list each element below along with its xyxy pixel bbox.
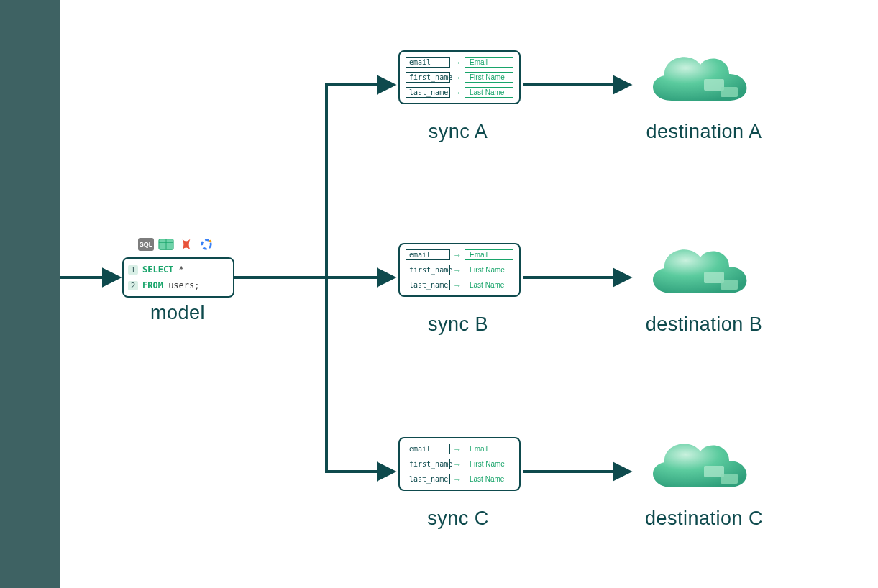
map-dst: Last Name xyxy=(465,280,513,290)
map-src: last_name xyxy=(406,280,450,290)
sync-box-a: email→Email first_name→First Name last_n… xyxy=(398,50,521,104)
circle-icon xyxy=(198,238,214,251)
x-icon xyxy=(178,238,194,251)
diagram-stage: SQL 1 SELECT * 2 FROM users; model email… xyxy=(60,0,878,588)
code-keyword: SELECT xyxy=(142,265,173,275)
arrow-icon: → xyxy=(453,474,462,484)
svg-rect-13 xyxy=(721,280,738,290)
map-dst: Last Name xyxy=(465,474,513,484)
map-src: last_name xyxy=(406,87,450,98)
mapping-row: last_name→Last Name xyxy=(406,474,513,484)
sql-icon: SQL xyxy=(138,238,154,251)
arrow-icon: → xyxy=(453,459,462,469)
mapping-row: first_name→First Name xyxy=(406,265,513,275)
map-src: email xyxy=(406,249,450,260)
map-dst: First Name xyxy=(465,459,513,469)
svg-point-9 xyxy=(209,240,212,243)
code-text: users; xyxy=(163,280,200,290)
mapping-row: first_name→First Name xyxy=(406,72,513,83)
model-icons: SQL xyxy=(138,238,214,251)
arrow-icon: → xyxy=(453,58,462,68)
line-number: 2 xyxy=(128,281,138,290)
mapping-row: email→Email xyxy=(406,444,513,454)
arrow-icon: → xyxy=(453,73,462,83)
arrow-icon: → xyxy=(453,265,462,275)
destination-c-label: destination C xyxy=(628,507,779,530)
map-dst: First Name xyxy=(465,265,513,275)
mapping-row: last_name→Last Name xyxy=(406,87,513,98)
map-src: email xyxy=(406,444,450,454)
map-dst: First Name xyxy=(465,72,513,83)
table-icon xyxy=(158,238,174,251)
sync-c-label: sync C xyxy=(419,507,498,530)
destination-b-label: destination B xyxy=(628,313,779,336)
map-src: email xyxy=(406,57,450,68)
map-src: first_name xyxy=(406,72,450,83)
cloud-icon-a xyxy=(636,40,758,115)
sync-a-label: sync A xyxy=(419,121,498,143)
arrow-icon: → xyxy=(453,250,462,260)
map-dst: Email xyxy=(465,57,513,68)
arrow-icon: → xyxy=(453,444,462,454)
map-src: first_name xyxy=(406,459,450,469)
map-dst: Last Name xyxy=(465,87,513,98)
map-dst: Email xyxy=(465,249,513,260)
mapping-row: first_name→First Name xyxy=(406,459,513,469)
map-src: first_name xyxy=(406,265,450,275)
mapping-row: last_name→Last Name xyxy=(406,280,513,290)
map-dst: Email xyxy=(465,444,513,454)
sync-box-c: email→Email first_name→First Name last_n… xyxy=(398,437,521,491)
cloud-icon-c xyxy=(636,426,758,502)
model-label: model xyxy=(138,302,217,324)
mapping-row: email→Email xyxy=(406,57,513,68)
map-src: last_name xyxy=(406,474,450,484)
sync-b-label: sync B xyxy=(419,313,498,336)
arrow-icon: → xyxy=(453,88,462,98)
line-number: 1 xyxy=(128,265,138,275)
destination-a-label: destination A xyxy=(628,121,779,143)
sync-box-b: email→Email first_name→First Name last_n… xyxy=(398,243,521,297)
mapping-row: email→Email xyxy=(406,249,513,260)
svg-rect-15 xyxy=(721,474,738,484)
sidebar-strip xyxy=(0,0,60,588)
model-box: 1 SELECT * 2 FROM users; xyxy=(122,257,234,298)
code-text: * xyxy=(173,265,183,275)
code-keyword: FROM xyxy=(142,280,163,290)
arrow-icon: → xyxy=(453,280,462,290)
svg-rect-11 xyxy=(721,87,738,97)
cloud-icon-b xyxy=(636,232,758,308)
